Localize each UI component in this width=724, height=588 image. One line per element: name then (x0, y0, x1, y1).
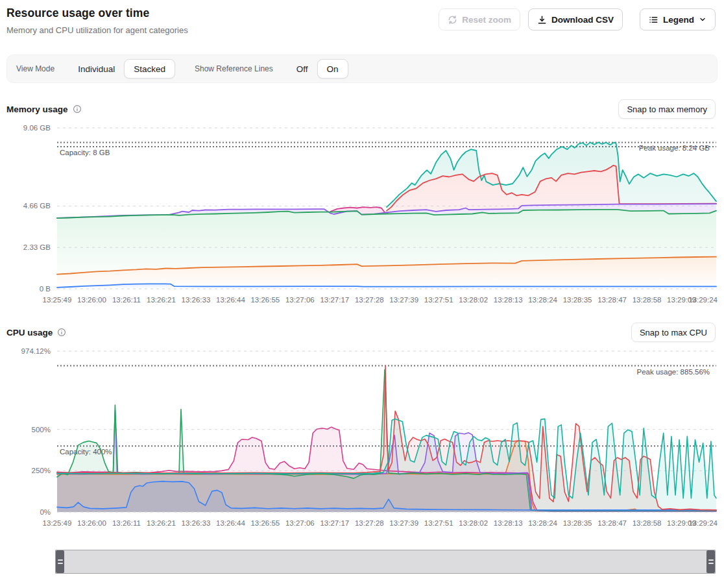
view-mode-label: View Mode (16, 64, 54, 73)
cpu-section-title: CPU usage (6, 328, 53, 337)
info-icon[interactable] (57, 328, 66, 337)
x-axis-tick-label: 13:25:49 (43, 519, 72, 527)
toolbar: Reset zoom Download CSV Legend (439, 8, 716, 31)
x-axis-tick-label: 13:26:00 (77, 519, 106, 527)
x-axis-tick-label: 13:29:24 (688, 296, 718, 304)
x-axis-tick-label: 13:28:13 (494, 296, 523, 304)
x-axis-tick-label: 13:27:06 (285, 519, 315, 527)
y-axis-tick-label: 0 B (40, 285, 51, 293)
x-axis-tick-label: 13:27:39 (389, 296, 418, 304)
memory-section-title: Memory usage (6, 104, 68, 114)
download-icon (537, 15, 547, 25)
x-axis-tick-label: 13:27:28 (355, 519, 384, 527)
y-axis-tick-label: 4.66 GB (23, 202, 51, 210)
snap-to-max-cpu-button[interactable]: Snap to max CPU (631, 323, 716, 342)
x-axis-tick-label: 13:28:02 (459, 296, 488, 304)
y-axis-tick-label: 250% (32, 467, 51, 474)
x-axis-tick-label: 13:27:06 (285, 296, 315, 304)
x-axis-tick-label: 13:26:33 (182, 296, 211, 304)
page-header: Resource usage over time Memory and CPU … (0, 0, 724, 38)
x-axis-tick-label: 13:26:11 (112, 519, 141, 527)
download-csv-button[interactable]: Download CSV (528, 8, 623, 31)
cpu-plot-area[interactable] (57, 351, 716, 512)
y-axis-tick-label: 0% (40, 508, 51, 516)
x-axis-tick-label: 13:27:51 (424, 519, 453, 527)
reference-lines-off-option[interactable]: Off (287, 59, 317, 79)
brush-track[interactable] (64, 550, 706, 573)
x-axis-tick-label: 13:26:55 (250, 519, 280, 527)
y-axis-tick-label: 9.06 GB (23, 124, 51, 132)
x-axis-tick-label: 13:27:39 (389, 519, 418, 527)
brush-handle-right[interactable] (706, 550, 715, 573)
view-mode-individual-option[interactable]: Individual (69, 59, 124, 79)
x-axis-tick-label: 13:28:47 (597, 519, 627, 527)
y-axis-tick-label: 2.33 GB (23, 243, 51, 251)
legend-button[interactable]: Legend (640, 8, 716, 31)
x-axis-tick-label: 13:28:24 (528, 296, 557, 304)
memory-plot-area[interactable] (57, 128, 716, 289)
x-axis-tick-label: 13:28:35 (563, 519, 592, 527)
x-axis-tick-label: 13:28:47 (597, 296, 627, 304)
x-axis-tick-label: 13:27:51 (424, 296, 453, 304)
cpu-section-header: CPU usage Snap to max CPU (6, 323, 716, 342)
chart-controls-bar: View Mode Individual Stacked Show Refere… (6, 55, 718, 83)
show-reference-lines-label: Show Reference Lines (195, 64, 273, 73)
y-axis-tick-label: 500% (32, 426, 51, 434)
reset-zoom-button[interactable]: Reset zoom (439, 8, 520, 31)
grip-icon (708, 563, 714, 564)
x-axis-tick-label: 13:26:33 (182, 519, 211, 527)
x-axis-tick-label: 13:28:02 (459, 519, 488, 527)
chevron-down-icon (699, 16, 706, 23)
legend-list-icon (649, 15, 658, 25)
x-axis-tick-label: 13:26:44 (216, 519, 245, 527)
x-axis-tick-label: 13:27:17 (320, 296, 349, 304)
x-axis-tick-label: 13:25:49 (43, 296, 72, 304)
info-icon[interactable] (73, 104, 82, 114)
memory-chart: 0 B2.33 GB4.66 GB9.06 GBCapacity: 8 GBPe… (0, 120, 724, 308)
x-axis-tick-label: 13:26:21 (147, 519, 176, 527)
cpu-chart: 0%250%500%974.12%Capacity: 400%Peak usag… (0, 343, 724, 532)
grip-icon (58, 559, 63, 561)
y-axis-tick-label: 974.12% (21, 347, 51, 355)
x-axis-tick-label: 13:26:00 (77, 296, 106, 304)
x-axis-tick-label: 13:26:55 (250, 296, 280, 304)
grip-icon (708, 559, 714, 561)
x-axis-tick-label: 13:26:21 (147, 296, 176, 304)
x-axis-tick-label: 13:28:24 (528, 519, 557, 527)
time-range-brush (55, 550, 716, 574)
refresh-icon (448, 15, 457, 25)
reference-lines-on-option[interactable]: On (317, 59, 348, 79)
x-axis-tick-label: 13:28:58 (633, 519, 662, 527)
x-axis-tick-label: 13:28:35 (563, 296, 592, 304)
x-axis-tick-label: 13:26:44 (216, 296, 245, 304)
x-axis-tick-label: 13:27:28 (355, 296, 384, 304)
x-axis-tick-label: 13:29:24 (688, 519, 718, 527)
legend-label: Legend (663, 15, 694, 25)
grip-icon (58, 563, 63, 564)
download-csv-label: Download CSV (551, 15, 614, 25)
x-axis-tick-label: 13:27:17 (320, 519, 349, 527)
x-axis-tick-label: 13:28:58 (633, 296, 662, 304)
memory-section-header: Memory usage Snap to max memory (6, 99, 716, 119)
brush-handle-left[interactable] (56, 550, 64, 573)
view-mode-stacked-option[interactable]: Stacked (124, 59, 175, 79)
snap-to-max-memory-button[interactable]: Snap to max memory (618, 99, 716, 119)
x-axis-tick-label: 13:26:11 (112, 296, 141, 304)
reset-zoom-label: Reset zoom (462, 15, 511, 25)
x-axis-tick-label: 13:28:13 (494, 519, 523, 527)
